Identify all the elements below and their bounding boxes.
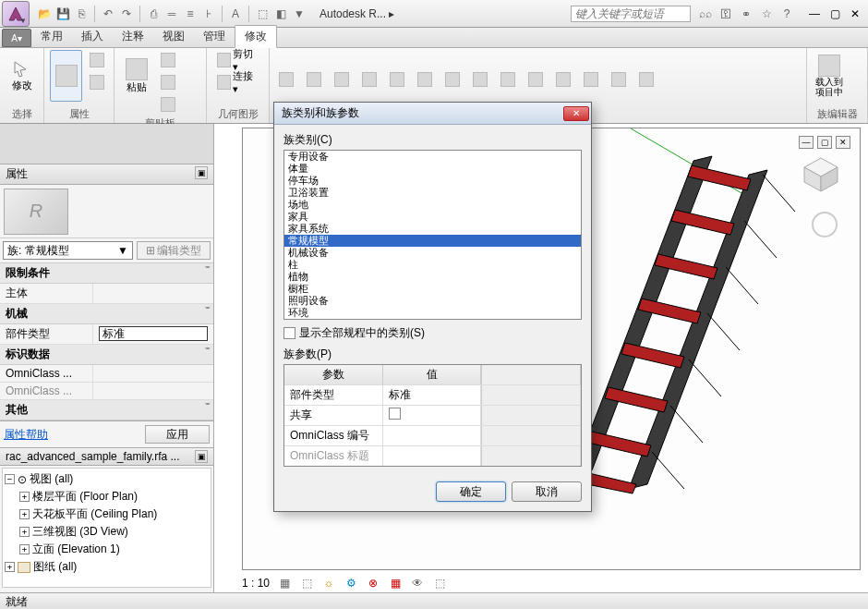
tab-home[interactable]: 常用 [31, 26, 72, 47]
3d-icon[interactable]: ⬚ [255, 6, 270, 21]
sun-path-icon[interactable]: ☼ [321, 576, 336, 591]
dialog-close-button[interactable]: ✕ [563, 106, 589, 121]
properties-help-link[interactable]: 属性帮助 [4, 427, 48, 443]
category-item[interactable]: 专用设备 [284, 151, 581, 163]
redo-icon[interactable]: ↷ [119, 6, 134, 21]
modify-button[interactable]: 修改 [6, 50, 38, 102]
expand-icon[interactable]: + [5, 562, 15, 572]
help-icon[interactable]: ? [779, 6, 794, 21]
text-icon[interactable]: A [228, 6, 243, 21]
tool-icon[interactable] [580, 69, 602, 90]
section-icon[interactable]: ◧ [273, 6, 288, 21]
cancel-button[interactable]: 取消 [512, 481, 582, 502]
category-listbox[interactable]: 专用设备体量停车场卫浴装置场地家具家具系统常规模型机械设备柱植物橱柜照明设备环境… [283, 150, 582, 320]
ok-button[interactable]: 确定 [436, 481, 506, 502]
scale-display[interactable]: 1 : 10 [242, 577, 270, 590]
tree-floor-plans[interactable]: 楼层平面 (Floor Plan) [32, 489, 138, 505]
shadows-icon[interactable]: ⚙ [344, 576, 358, 591]
tool-icon[interactable] [358, 69, 380, 90]
properties-button[interactable] [50, 50, 82, 102]
category-item[interactable]: 家具 [284, 211, 581, 223]
group-constraints[interactable]: 限制条件ˇˇ [0, 263, 213, 284]
expand-icon[interactable]: + [19, 527, 30, 537]
show-all-checkbox[interactable] [283, 327, 295, 339]
app-menu-button[interactable]: ▼ [2, 1, 30, 27]
tab-manage[interactable]: 管理 [194, 26, 235, 47]
close-button[interactable]: ✕ [846, 7, 864, 20]
category-item[interactable]: 柱 [284, 259, 581, 271]
save-all-icon[interactable]: ⎘ [74, 6, 89, 21]
tool-icon[interactable] [635, 69, 657, 90]
category-item[interactable]: 常规模型 [284, 235, 581, 247]
param-row[interactable]: 共享 [284, 405, 581, 425]
category-item[interactable]: 场地 [284, 199, 581, 211]
tool-icon[interactable] [497, 69, 519, 90]
tool-icon[interactable] [331, 69, 353, 90]
tab-annotate[interactable]: 注释 [113, 26, 153, 47]
dialog-titlebar[interactable]: 族类别和族参数 ✕ [274, 103, 591, 125]
category-item[interactable]: 家具系统 [284, 223, 581, 235]
minimize-button[interactable]: — [805, 7, 824, 20]
category-item[interactable]: 卫浴装置 [284, 187, 581, 199]
category-item[interactable]: 环境 [284, 307, 581, 319]
match-button[interactable] [157, 94, 179, 115]
expand-icon[interactable]: + [19, 492, 30, 502]
save-icon[interactable]: 💾 [55, 6, 70, 21]
hide-icon[interactable]: 👁 [410, 576, 425, 591]
expand-icon[interactable]: + [19, 544, 30, 554]
qat-dropdown-icon[interactable]: ▼ [292, 6, 307, 21]
tool-icon[interactable] [275, 69, 297, 90]
tree-sheets[interactable]: 图纸 (all) [33, 559, 77, 575]
group-identity[interactable]: 标识数据ˇˇ [0, 345, 213, 365]
tree-3d-views[interactable]: 三维视图 (3D View) [32, 524, 128, 540]
tree-elevations[interactable]: 立面 (Elevation 1) [32, 542, 120, 557]
favorite-icon[interactable]: ☆ [759, 6, 774, 21]
collapse-icon[interactable]: − [5, 474, 15, 484]
tab-view[interactable]: 视图 [153, 26, 194, 47]
group-mechanical[interactable]: 机械ˇˇ [0, 304, 213, 324]
param-omni1-value[interactable] [92, 365, 213, 382]
family-type-selector[interactable]: 族: 常规模型▼ [3, 241, 133, 260]
category-item[interactable]: 照明设备 [284, 295, 581, 307]
palette-close-icon[interactable]: ▣ [195, 166, 208, 179]
print-icon[interactable]: ⎙ [146, 6, 161, 21]
measure-icon[interactable]: ═ [164, 6, 179, 21]
tool-icon[interactable] [441, 69, 464, 90]
param-row[interactable]: OmniClass 编号 [284, 425, 581, 445]
detail-level-icon[interactable]: ▦ [277, 576, 292, 591]
tree-ceiling-plans[interactable]: 天花板平面 (Ceiling Plan) [32, 506, 157, 522]
expand-icon[interactable]: + [19, 509, 30, 519]
tool-icon[interactable] [552, 69, 574, 90]
tool-icon[interactable] [524, 69, 547, 90]
param-comptype-value[interactable] [92, 324, 213, 344]
type-prop-button[interactable] [86, 50, 108, 70]
edit-type-button[interactable]: ⊞编辑类型 [137, 241, 211, 260]
copy-button[interactable] [157, 72, 179, 92]
paste-button[interactable]: 粘贴 [120, 50, 153, 102]
join-button[interactable]: 连接 ▾ [212, 72, 263, 92]
maximize-button[interactable]: ▢ [826, 7, 844, 20]
category-item[interactable]: 停车场 [284, 175, 581, 187]
tool-icon[interactable] [303, 69, 325, 90]
tool-icon[interactable] [414, 69, 436, 90]
tab-modify[interactable]: 修改 [235, 25, 277, 48]
tool-icon[interactable] [469, 69, 491, 90]
apply-button[interactable]: 应用 [145, 425, 210, 444]
crop-region-icon[interactable]: ▦ [388, 576, 403, 591]
inst-prop-button[interactable] [86, 72, 108, 92]
tab-insert[interactable]: 插入 [72, 26, 113, 47]
cut-button[interactable] [157, 50, 179, 70]
param-host-value[interactable] [92, 284, 213, 303]
crop-icon[interactable]: ⊗ [366, 576, 380, 591]
key-icon[interactable]: ⚿ [718, 6, 733, 21]
tool-icon[interactable] [608, 69, 630, 90]
binoculars-icon[interactable]: ⌕⌕ [698, 6, 713, 21]
open-icon[interactable]: 📂 [37, 6, 52, 21]
param-row[interactable]: OmniClass 标题 [284, 445, 581, 466]
category-item[interactable]: 体量 [284, 163, 581, 175]
undo-icon[interactable]: ↶ [101, 6, 115, 21]
ribbon-collapse-button[interactable]: A▾ [2, 29, 31, 47]
reveal-icon[interactable]: ⬚ [432, 576, 447, 591]
visual-style-icon[interactable]: ⬚ [299, 576, 314, 591]
view-close-icon[interactable]: ✕ [836, 136, 850, 149]
